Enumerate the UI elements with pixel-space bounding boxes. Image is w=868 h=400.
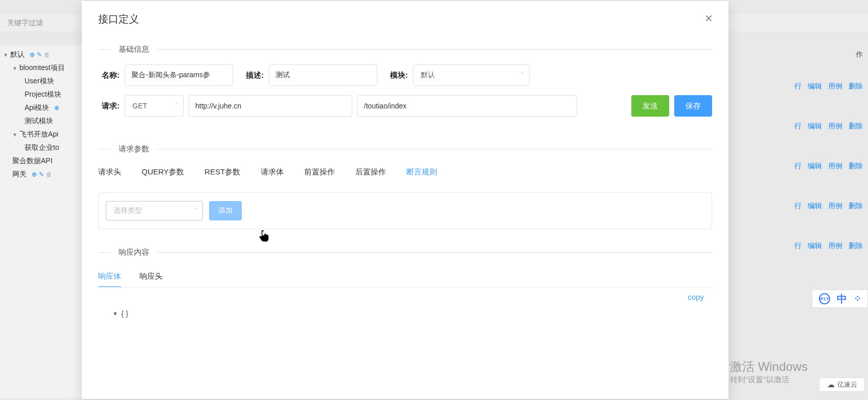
win-subtitle: 转到"设置"以激活 bbox=[730, 375, 808, 385]
tab-headers[interactable]: 请求头 bbox=[98, 167, 121, 181]
host-input[interactable] bbox=[189, 95, 352, 117]
section-label: 响应内容 bbox=[119, 248, 149, 257]
response-tabs: 响应体 响应头 bbox=[98, 272, 712, 287]
method-select[interactable]: GET ˅ bbox=[125, 95, 184, 117]
tab-rest[interactable]: REST参数 bbox=[204, 167, 240, 181]
collapse-icon[interactable]: ▼ bbox=[112, 310, 118, 317]
section-response: 响应内容 bbox=[98, 248, 712, 257]
chevron-down-icon: ˅ bbox=[194, 207, 197, 214]
save-button[interactable]: 保存 bbox=[674, 95, 712, 117]
section-label: 请求参数 bbox=[119, 144, 149, 154]
close-icon[interactable]: ✕ bbox=[704, 13, 713, 24]
module-select-value: 默认 bbox=[421, 71, 435, 80]
section-label: 基础信息 bbox=[119, 45, 149, 54]
module-label: 模块: bbox=[386, 71, 408, 80]
cloud-label: 亿速云 bbox=[837, 380, 857, 389]
cloud-icon: ☁ bbox=[827, 380, 835, 389]
ime-more-icon[interactable]: ⁘ bbox=[854, 293, 861, 304]
name-label: 名称: bbox=[98, 71, 120, 80]
json-root[interactable]: ▼ { } bbox=[112, 309, 709, 318]
cloud-badge[interactable]: ☁ 亿速云 bbox=[819, 377, 865, 392]
chevron-down-icon: ˅ bbox=[175, 102, 178, 109]
tab-resp-body[interactable]: 响应体 bbox=[98, 272, 121, 287]
tab-resp-header[interactable]: 响应头 bbox=[140, 272, 163, 287]
windows-activate-watermark: 激活 Windows 转到"设置"以激活 bbox=[730, 359, 808, 385]
tab-body[interactable]: 请求体 bbox=[261, 167, 284, 181]
request-label: 请求: bbox=[98, 101, 120, 111]
ime-toolbar[interactable]: iFLY 中 ⁘ bbox=[812, 290, 868, 308]
chevron-down-icon: ˅ bbox=[521, 72, 524, 79]
response-body: copy ▼ { } bbox=[98, 287, 712, 327]
copy-link[interactable]: copy bbox=[688, 293, 704, 301]
basic-row-1: 名称: 描述: 模块: 默认 ˅ bbox=[98, 64, 712, 86]
tab-pre[interactable]: 前置操作 bbox=[304, 167, 335, 181]
desc-input[interactable] bbox=[269, 64, 377, 86]
json-root-brace: { } bbox=[121, 309, 128, 318]
api-def-modal: 接口定义 ✕ 基础信息 名称: 描述: 模块: 默认 ˅ 请求: GET ˅ 发… bbox=[82, 1, 728, 399]
tab-assert[interactable]: 断言规则 bbox=[406, 167, 437, 181]
add-button[interactable]: 添加 bbox=[209, 201, 242, 220]
win-title: 激活 Windows bbox=[730, 359, 808, 375]
path-input[interactable] bbox=[357, 95, 577, 117]
module-select[interactable]: 默认 ˅ bbox=[413, 64, 530, 86]
assert-box: 选择类型 ˅ 添加 bbox=[98, 192, 712, 229]
name-input[interactable] bbox=[125, 64, 233, 86]
basic-row-2: 请求: GET ˅ 发送 保存 bbox=[98, 95, 712, 117]
modal-title: 接口定义 bbox=[98, 12, 712, 26]
section-basic: 基础信息 bbox=[98, 45, 712, 54]
cursor-icon bbox=[259, 230, 269, 245]
param-tabs: 请求头 QUERY参数 REST参数 请求体 前置操作 后置操作 断言规则 bbox=[98, 167, 712, 181]
ifly-icon[interactable]: iFLY bbox=[819, 293, 830, 304]
send-button[interactable]: 发送 bbox=[631, 95, 669, 117]
desc-label: 描述: bbox=[242, 71, 264, 80]
assert-type-placeholder: 选择类型 bbox=[113, 206, 142, 215]
tab-post[interactable]: 后置操作 bbox=[355, 167, 386, 181]
section-params: 请求参数 bbox=[98, 144, 712, 154]
method-select-value: GET bbox=[132, 102, 147, 110]
assert-type-select[interactable]: 选择类型 ˅ bbox=[106, 201, 203, 220]
ime-lang-zh[interactable]: 中 bbox=[837, 292, 847, 306]
tab-query[interactable]: QUERY参数 bbox=[142, 167, 184, 181]
